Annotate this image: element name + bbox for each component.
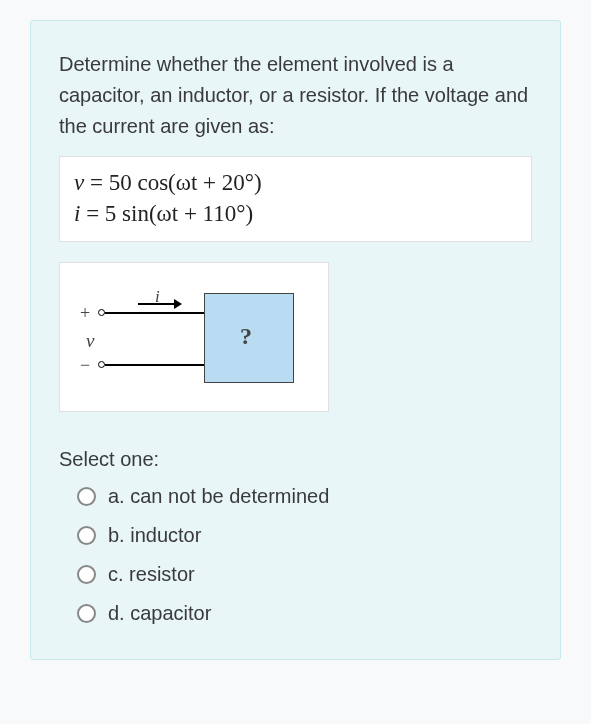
unknown-element-label: ? — [240, 323, 252, 350]
eq-v-var: v — [74, 170, 84, 195]
question-card: Determine whether the element involved i… — [30, 20, 561, 660]
eq-v-expr: = 50 cos(ωt + 20°) — [84, 170, 261, 195]
radio-b[interactable] — [77, 526, 96, 545]
terminal-top — [98, 309, 105, 316]
option-b[interactable]: b. inductor — [77, 524, 532, 547]
voltage-label: v — [86, 330, 94, 352]
option-c[interactable]: c. resistor — [77, 563, 532, 586]
option-d-label: d. capacitor — [108, 602, 211, 625]
radio-d[interactable] — [77, 604, 96, 623]
wire-bottom — [105, 364, 205, 366]
radio-a[interactable] — [77, 487, 96, 506]
option-a[interactable]: a. can not be determined — [77, 485, 532, 508]
question-prompt: Determine whether the element involved i… — [59, 49, 532, 142]
equation-current: i = 5 sin(ωt + 110°) — [74, 198, 517, 229]
equations-block: v = 50 cos(ωt + 20°) i = 5 sin(ωt + 110°… — [59, 156, 532, 242]
option-b-label: b. inductor — [108, 524, 201, 547]
terminal-bottom — [98, 361, 105, 368]
current-arrow-head-icon — [174, 299, 182, 309]
current-arrow-line — [138, 303, 176, 305]
polarity-plus: + — [80, 303, 90, 324]
circuit-diagram: + − v i ? — [59, 262, 329, 412]
polarity-minus: − — [80, 355, 90, 376]
radio-c[interactable] — [77, 565, 96, 584]
options-group: a. can not be determined b. inductor c. … — [59, 485, 532, 625]
option-a-label: a. can not be determined — [108, 485, 329, 508]
eq-i-expr: = 5 sin(ωt + 110°) — [80, 201, 253, 226]
wire-top — [105, 312, 205, 314]
equation-voltage: v = 50 cos(ωt + 20°) — [74, 167, 517, 198]
option-c-label: c. resistor — [108, 563, 195, 586]
option-d[interactable]: d. capacitor — [77, 602, 532, 625]
select-one-label: Select one: — [59, 448, 532, 471]
